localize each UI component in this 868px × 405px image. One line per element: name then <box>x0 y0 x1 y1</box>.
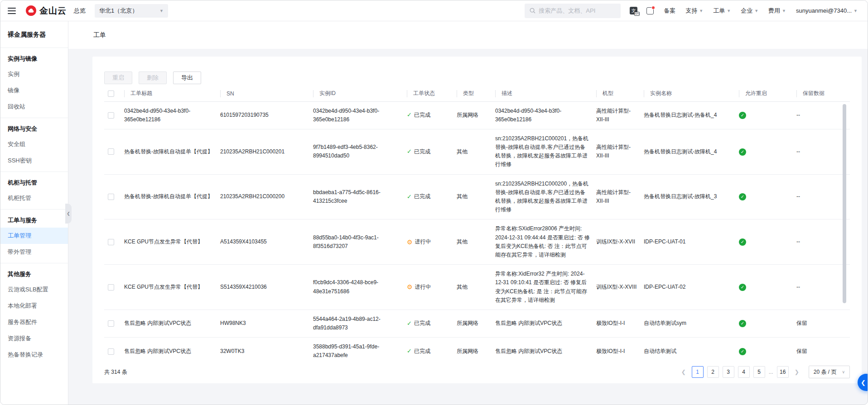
workorder-table: 工单标题SN实例ID工单状态类型描述机型实例名称允许重启保留数据 0342be4… <box>104 86 850 359</box>
sidebar-item[interactable]: 本地化部署 <box>0 298 68 314</box>
status-label: 已完成 <box>414 192 430 201</box>
sidebar-item[interactable]: 安全组 <box>0 136 68 152</box>
row-checkbox[interactable] <box>108 320 114 327</box>
search-input[interactable]: 搜索产品、文档、API <box>525 4 621 18</box>
table-body: 0342be4d-d950-43e4-b3f0-365e0be121866101… <box>104 101 850 359</box>
retain-data-cell: -- <box>796 265 850 310</box>
sidebar-item[interactable]: 镜像 <box>0 82 68 99</box>
next-page-button[interactable]: ❯ <box>792 369 801 375</box>
instance-name-cell: 热备机替换日志测试-热备机_4 <box>644 101 739 129</box>
type-cell: 其他 <box>457 219 495 265</box>
ticket-title-cell: 热备机替换-故障机自动提单【代提】 <box>124 174 220 219</box>
page-buttons: 12345...16 <box>692 366 789 378</box>
prev-page-button[interactable]: ❮ <box>679 369 688 375</box>
sidebar-item[interactable]: 实例 <box>0 66 68 82</box>
menu-beian[interactable]: 备案 <box>664 7 675 15</box>
overview-link[interactable]: 总览 <box>74 7 86 15</box>
menu-billing[interactable]: 费用▼ <box>768 7 786 15</box>
workorder-table-container: 工单标题SN实例ID工单状态类型描述机型实例名称允许重启保留数据 0342be4… <box>104 86 850 359</box>
menu-ticket[interactable]: 工单▼ <box>713 7 731 15</box>
notification-dot <box>651 6 655 10</box>
region-selector[interactable]: 华北1（北京） ▼ <box>95 4 168 18</box>
sn-cell: HW98NK3 <box>220 310 313 337</box>
status-badge: ✓已完成 <box>407 147 450 157</box>
model-cell: 训练IX型-X-XVII <box>596 219 644 265</box>
sidebar-section-header: 网络与安全 <box>0 118 68 136</box>
model-cell: 高性能计算型-XII-III <box>596 101 644 129</box>
row-checkbox[interactable] <box>108 194 114 200</box>
column-header: 描述 <box>495 86 596 101</box>
allow-restart-check-icon: ✓ <box>739 348 746 355</box>
row-checkbox[interactable] <box>108 348 114 355</box>
page-button[interactable]: 16 <box>777 366 789 378</box>
translate-icon[interactable]: 文EN <box>630 7 637 14</box>
status-badge: ✓已完成 <box>407 319 450 329</box>
sidebar-item[interactable]: 回收站 <box>0 99 68 115</box>
page-button[interactable]: 5 <box>753 366 765 378</box>
status-progress-icon: ⚙ <box>407 237 413 247</box>
row-checkbox[interactable] <box>108 284 114 291</box>
instance-id-cell: 0342be4d-d950-43e4-b3f0-365e0be12186 <box>313 101 407 129</box>
row-checkbox-cell <box>104 338 124 359</box>
page-button[interactable]: 4 <box>738 366 750 378</box>
page-button[interactable]: 1 <box>692 366 704 378</box>
sidebar-section: 网络与安全安全组SSH密钥 <box>0 118 68 172</box>
page-button[interactable]: 2 <box>707 366 719 378</box>
menu-support[interactable]: 支持▼ <box>685 7 703 15</box>
sidebar-collapse-button[interactable]: ❮ <box>65 204 72 224</box>
status-done-icon: ✓ <box>407 110 412 120</box>
status-done-icon: ✓ <box>407 319 412 329</box>
sn-cell: 6101597203190735 <box>220 101 313 129</box>
status-cell: ✓已完成 <box>407 129 457 174</box>
type-cell: 其他 <box>457 265 495 310</box>
sidebar-item[interactable]: 机柜托管 <box>0 190 68 206</box>
search-icon <box>530 8 535 14</box>
delete-button[interactable]: 删除 <box>139 71 167 84</box>
status-label: 已完成 <box>414 111 430 119</box>
description-cell: sn:210235A2RBH21C000200，热备机替换-故障机自动提单,客户… <box>495 174 596 219</box>
description-cell: sn:210235A2RBH21C000201，热备机替换-故障机自动提单,客户… <box>495 129 596 174</box>
sidebar-section-header: 实例与镜像 <box>0 48 68 66</box>
sidebar-item-active[interactable]: 工单管理 <box>0 228 68 244</box>
sidebar-section-header: 工单与服务 <box>0 210 68 228</box>
type-cell: 所属网络 <box>457 101 495 129</box>
total-count: 共 314 条 <box>104 368 127 376</box>
type-cell: 所属网络 <box>457 338 495 359</box>
export-button[interactable]: 导出 <box>173 71 201 84</box>
table-row: 热备机替换-故障机自动提单【代提】210235A2RBH21C000200bbd… <box>104 174 850 219</box>
menu-enterprise[interactable]: 企业▼ <box>741 7 758 15</box>
toolbar: 重启 删除 导出 <box>104 57 850 84</box>
chevron-left-icon: ❮ <box>67 211 70 216</box>
row-checkbox[interactable] <box>108 112 114 119</box>
vertical-scrollbar[interactable] <box>843 104 846 303</box>
sidebar-item[interactable]: 资源报备 <box>0 330 68 347</box>
allow-restart-check-icon: ✓ <box>739 238 746 246</box>
page-button[interactable]: 3 <box>723 366 734 378</box>
restart-button[interactable]: 重启 <box>104 71 132 84</box>
sidebar-sections: 实例与镜像实例镜像回收站网络与安全安全组SSH密钥机柜与托管机柜托管工单与服务工… <box>0 48 68 366</box>
select-all-checkbox[interactable] <box>108 91 114 97</box>
sn-cell: 32W0TK3 <box>220 338 313 359</box>
model-cell: 高性能计算型-XII-III <box>596 174 644 219</box>
page-title: 工单 <box>68 21 868 49</box>
row-checkbox[interactable] <box>108 148 114 155</box>
row-checkbox-cell <box>104 219 124 265</box>
instance-name-cell: IDP-EPC-UAT-01 <box>644 219 739 265</box>
sidebar-item[interactable]: SSH密钥 <box>0 152 68 169</box>
sidebar-item[interactable]: 带外管理 <box>0 244 68 260</box>
row-checkbox[interactable] <box>108 239 114 245</box>
hamburger-menu-icon[interactable] <box>8 8 16 14</box>
sidebar-item[interactable]: 热备替换记录 <box>0 347 68 363</box>
type-cell: 其他 <box>457 129 495 174</box>
instance-id-cell: 3588bd95-d391-45a1-9fde-a217437abefe <box>313 338 407 359</box>
chevron-left-icon: ❮ <box>861 379 866 386</box>
table-row: 热备机替换-故障机自动提单【代提】210235A2RBH21C0002019f7… <box>104 129 850 174</box>
column-header: 允许重启 <box>739 86 796 101</box>
page-size-select[interactable]: 20 条 / 页 ∨ <box>809 366 850 378</box>
chevron-down-icon: ▼ <box>159 9 164 13</box>
notification-icon[interactable] <box>646 7 654 14</box>
sidebar-item[interactable]: 服务器配件 <box>0 314 68 330</box>
sidebar-item[interactable]: 云游戏SLB配置 <box>0 281 68 298</box>
retain-data-cell: -- <box>796 129 850 174</box>
account-menu[interactable]: sunyuanmei@7340...▼ <box>796 7 858 14</box>
